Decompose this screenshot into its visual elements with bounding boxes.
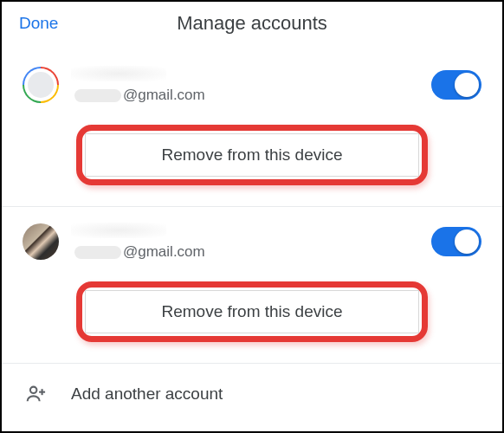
email-prefix-redacted: [74, 89, 121, 102]
header: Done Manage accounts: [2, 2, 502, 50]
account-section-2: @gmail.com Remove from this device: [2, 207, 502, 364]
highlight-annotation: Remove from this device: [76, 125, 428, 185]
account-email: @gmail.com: [74, 243, 416, 261]
add-account-label: Add another account: [71, 385, 223, 404]
account-info: @gmail.com: [74, 66, 416, 104]
account-name-redacted: [71, 223, 166, 238]
account-info: @gmail.com: [74, 223, 416, 261]
highlight-annotation: Remove from this device: [76, 281, 428, 342]
account-row: @gmail.com: [2, 207, 502, 269]
account-email: @gmail.com: [74, 87, 416, 104]
page-title: Manage accounts: [177, 12, 327, 35]
account-name-redacted: [71, 66, 166, 81]
person-add-icon: [23, 381, 48, 407]
done-button[interactable]: Done: [19, 14, 58, 33]
add-account-button[interactable]: Add another account: [2, 364, 502, 416]
avatar: [23, 67, 59, 103]
svg-point-0: [30, 387, 36, 393]
account-toggle[interactable]: [431, 70, 481, 100]
remove-from-device-button[interactable]: Remove from this device: [85, 290, 419, 333]
account-toggle[interactable]: [431, 227, 481, 256]
remove-from-device-button[interactable]: Remove from this device: [85, 133, 419, 177]
email-suffix: @gmail.com: [123, 87, 205, 104]
account-row: @gmail.com: [2, 50, 502, 113]
email-suffix: @gmail.com: [123, 243, 205, 261]
avatar: [23, 223, 59, 260]
email-prefix-redacted: [74, 246, 121, 259]
account-section-1: @gmail.com Remove from this device: [2, 50, 502, 207]
